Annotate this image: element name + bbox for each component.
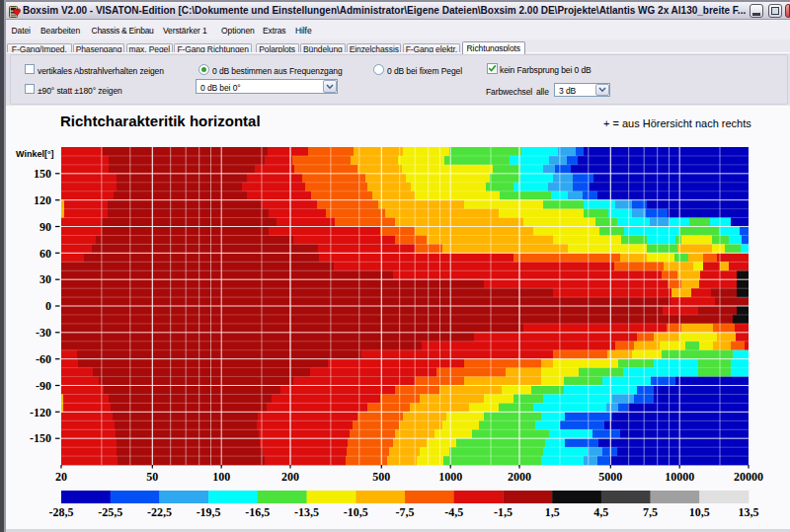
svg-text:120: 120 xyxy=(34,193,51,207)
svg-text:30: 30 xyxy=(40,272,51,286)
svg-text:-16,5: -16,5 xyxy=(245,505,270,519)
svg-text:-7,5: -7,5 xyxy=(396,505,415,519)
svg-text:100: 100 xyxy=(212,470,230,484)
svg-text:500: 500 xyxy=(372,470,390,484)
svg-text:-60: -60 xyxy=(36,352,51,366)
svg-text:-1,5: -1,5 xyxy=(494,505,513,519)
svg-text:4,5: 4,5 xyxy=(593,505,608,519)
svg-text:90: 90 xyxy=(40,220,51,234)
svg-text:-150: -150 xyxy=(30,431,51,445)
svg-text:-28,5: -28,5 xyxy=(49,505,74,519)
svg-text:Winkel[°]: Winkel[°] xyxy=(16,149,54,159)
svg-text:13,5: 13,5 xyxy=(739,505,759,519)
svg-text:150: 150 xyxy=(34,167,51,181)
svg-text:-19,5: -19,5 xyxy=(197,505,221,519)
svg-text:-13,5: -13,5 xyxy=(294,505,319,519)
svg-text:60: 60 xyxy=(40,247,51,261)
svg-text:10000: 10000 xyxy=(665,470,694,484)
svg-text:50: 50 xyxy=(146,470,158,484)
svg-text:2000: 2000 xyxy=(508,470,531,484)
svg-text:-10,5: -10,5 xyxy=(344,505,368,519)
svg-text:-25,5: -25,5 xyxy=(98,505,122,519)
svg-text:0: 0 xyxy=(45,299,51,313)
svg-text:20000: 20000 xyxy=(734,470,763,484)
svg-text:20: 20 xyxy=(55,470,67,484)
svg-text:5000: 5000 xyxy=(598,470,622,484)
svg-text:-4,5: -4,5 xyxy=(444,505,463,519)
svg-text:7,5: 7,5 xyxy=(643,505,658,519)
svg-text:-22,5: -22,5 xyxy=(147,505,172,519)
svg-text:200: 200 xyxy=(281,470,299,484)
svg-text:10,5: 10,5 xyxy=(689,505,710,519)
svg-text:-90: -90 xyxy=(36,379,51,393)
svg-text:1,5: 1,5 xyxy=(545,505,560,519)
svg-text:-120: -120 xyxy=(30,406,51,419)
svg-text:-30: -30 xyxy=(36,326,51,340)
svg-text:1000: 1000 xyxy=(438,470,462,484)
